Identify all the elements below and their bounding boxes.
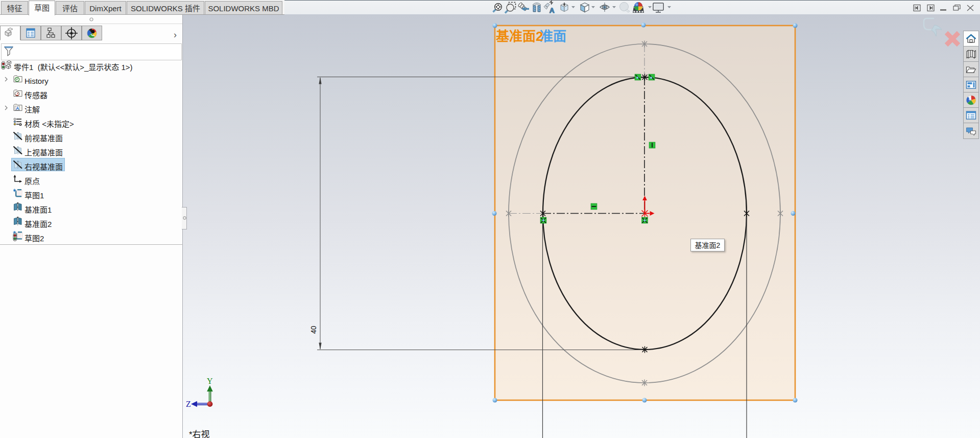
svg-text:A: A: [549, 7, 555, 14]
svg-text:40: 40: [308, 326, 318, 334]
svg-text:Y: Y: [207, 377, 213, 385]
svg-text:Z: Z: [186, 400, 191, 408]
